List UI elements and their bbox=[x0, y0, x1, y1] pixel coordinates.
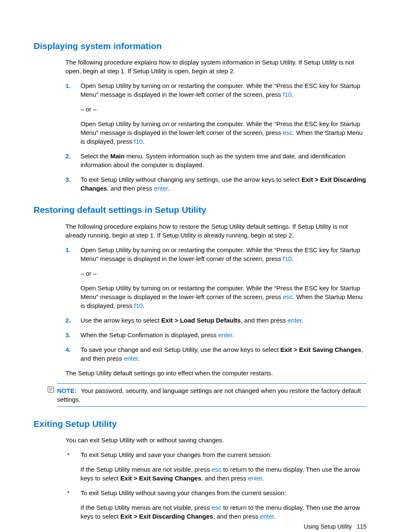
step-text: To exit Setup Utility without changing a… bbox=[81, 175, 366, 193]
step-item: 3. When the Setup Confirmation is displa… bbox=[65, 331, 366, 339]
step-number: 3. bbox=[65, 175, 71, 184]
step-number: 1. bbox=[65, 245, 71, 254]
bullet-item: To exit Setup Utility without saving you… bbox=[65, 488, 366, 521]
section-body: You can exit Setup Utility with or witho… bbox=[65, 436, 366, 521]
intro-paragraph: You can exit Setup Utility with or witho… bbox=[65, 436, 366, 444]
step-text-alt: Open Setup Utility by turning on or rest… bbox=[81, 284, 366, 310]
or-separator: – or – bbox=[81, 105, 366, 114]
section-body: The following procedure explains how to … bbox=[65, 58, 366, 193]
step-item: 1. Open Setup Utility by turning on or r… bbox=[65, 81, 366, 146]
bullet-lead: To exit Setup Utility and save your chan… bbox=[81, 450, 366, 459]
intro-paragraph: The following procedure explains how to … bbox=[65, 58, 366, 75]
heading-restoring-default-settings: Restoring default settings in Setup Util… bbox=[34, 204, 366, 216]
bold-text: Main bbox=[110, 152, 125, 160]
outro-paragraph: The Setup Utility default settings go in… bbox=[65, 369, 366, 377]
page-number: 115 bbox=[357, 523, 366, 530]
step-item: 1. Open Setup Utility by turning on or r… bbox=[65, 245, 366, 310]
footer-label: Using Setup Utility bbox=[304, 523, 352, 530]
bullet-item: To exit Setup Utility and save your chan… bbox=[65, 450, 366, 483]
key-enter: enter bbox=[260, 513, 274, 520]
key-enter: enter bbox=[218, 331, 232, 338]
bullet-detail: If the Setup Utility menus are not visib… bbox=[81, 465, 366, 483]
step-text: Open Setup Utility by turning on or rest… bbox=[81, 81, 366, 99]
heading-displaying-system-information: Displaying system information bbox=[34, 40, 366, 52]
bold-text: Exit > Exit Saving Changes bbox=[120, 475, 201, 482]
key-enter: enter bbox=[124, 355, 138, 362]
step-number: 3. bbox=[65, 331, 71, 339]
heading-exiting-setup-utility: Exiting Setup Utility bbox=[34, 418, 366, 430]
key-esc: esc bbox=[283, 129, 293, 136]
or-separator: – or – bbox=[81, 269, 366, 278]
step-text: To save your change and exit Setup Utili… bbox=[81, 345, 366, 363]
key-f10: f10 bbox=[283, 255, 292, 262]
key-f10: f10 bbox=[134, 302, 143, 309]
bullet-lead: To exit Setup Utility without saving you… bbox=[81, 488, 366, 497]
section-body: The following procedure explains how to … bbox=[65, 222, 366, 377]
document-page: Displaying system information The follow… bbox=[0, 0, 400, 532]
step-number: 2. bbox=[65, 152, 71, 160]
key-esc: esc bbox=[212, 466, 221, 473]
note-label: NOTE: bbox=[57, 387, 77, 394]
note-callout: NOTE:Your password, security, and langua… bbox=[57, 383, 366, 407]
step-text: Open Setup Utility by turning on or rest… bbox=[81, 245, 366, 263]
bold-text: Exit > Exit Discarding Changes bbox=[120, 513, 213, 520]
step-number: 2. bbox=[65, 316, 71, 325]
step-number: 4. bbox=[65, 345, 71, 354]
note-icon bbox=[47, 386, 55, 393]
step-text: Use the arrow keys to select Exit > Load… bbox=[81, 316, 366, 325]
ordered-steps: 1. Open Setup Utility by turning on or r… bbox=[65, 81, 366, 193]
key-enter: enter bbox=[154, 185, 168, 192]
step-number: 1. bbox=[65, 81, 71, 90]
bold-text: Exit > Exit Saving Changes bbox=[281, 346, 361, 353]
key-esc: esc bbox=[283, 293, 293, 300]
bold-text: Exit > Load Setup Defaults bbox=[161, 317, 241, 324]
bullet-list: To exit Setup Utility and save your chan… bbox=[65, 450, 366, 521]
bullet-detail: If the Setup Utility menus are not visib… bbox=[81, 503, 366, 521]
step-text-alt: Open Setup Utility by turning on or rest… bbox=[81, 119, 366, 146]
key-esc: esc bbox=[212, 504, 221, 511]
step-item: 4. To save your change and exit Setup Ut… bbox=[65, 345, 366, 363]
key-enter: enter bbox=[248, 475, 262, 482]
step-item: 2. Select the Main menu. System informat… bbox=[65, 152, 366, 169]
ordered-steps: 1. Open Setup Utility by turning on or r… bbox=[65, 245, 366, 363]
key-f10: f10 bbox=[134, 138, 143, 145]
key-f10: f10 bbox=[283, 91, 292, 98]
intro-paragraph: The following procedure explains how to … bbox=[65, 222, 366, 240]
page-footer: Using Setup Utility 115 bbox=[304, 523, 366, 531]
step-item: 2. Use the arrow keys to select Exit > L… bbox=[65, 316, 366, 325]
step-text: When the Setup Confirmation is displayed… bbox=[81, 331, 366, 339]
step-item: 3. To exit Setup Utility without changin… bbox=[65, 175, 366, 193]
step-text: Select the Main menu. System information… bbox=[81, 152, 366, 169]
note-text: Your password, security, and language se… bbox=[57, 387, 361, 403]
key-enter: enter bbox=[288, 317, 301, 324]
